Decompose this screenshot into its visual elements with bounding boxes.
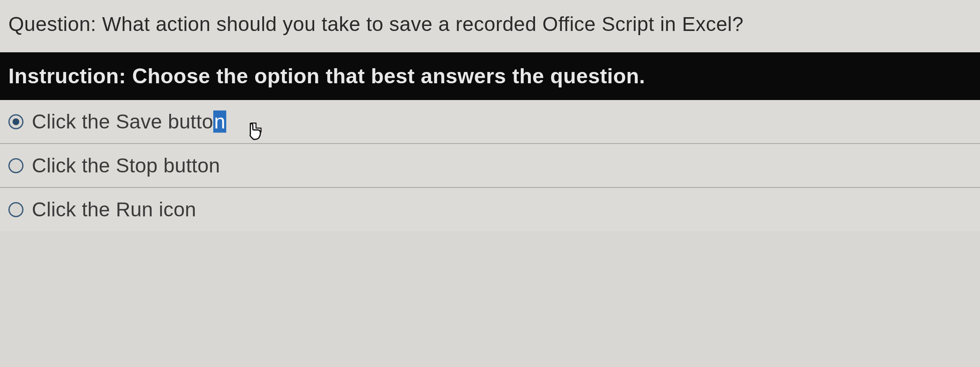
radio-unselected-icon[interactable] bbox=[8, 202, 23, 217]
question-label: Question: bbox=[8, 13, 96, 35]
option-stop-button[interactable]: Click the Stop button bbox=[0, 144, 980, 188]
instruction-text: Choose the option that best answers the … bbox=[132, 64, 645, 88]
options-list: Click the Save button Click the Stop but… bbox=[0, 100, 980, 231]
question-text: What action should you take to save a re… bbox=[102, 13, 744, 35]
text-selection-highlight: n bbox=[213, 110, 226, 133]
option-text: Click the Run icon bbox=[32, 198, 196, 221]
radio-selected-icon[interactable] bbox=[8, 114, 23, 129]
option-text: Click the Stop button bbox=[32, 154, 220, 177]
option-text-prefix: Click the Save butto bbox=[32, 110, 213, 133]
instruction-label: Instruction: bbox=[8, 64, 126, 88]
pointer-cursor-icon bbox=[244, 122, 265, 147]
question-section: Question: What action should you take to… bbox=[0, 0, 980, 52]
option-save-button[interactable]: Click the Save button bbox=[0, 100, 980, 144]
question-line: Question: What action should you take to… bbox=[8, 13, 744, 35]
option-run-icon[interactable]: Click the Run icon bbox=[0, 188, 980, 231]
instruction-bar: Instruction: Choose the option that best… bbox=[0, 52, 980, 100]
radio-unselected-icon[interactable] bbox=[8, 158, 23, 173]
option-text: Click the Save button bbox=[32, 110, 226, 133]
quiz-container: Question: What action should you take to… bbox=[0, 0, 980, 231]
